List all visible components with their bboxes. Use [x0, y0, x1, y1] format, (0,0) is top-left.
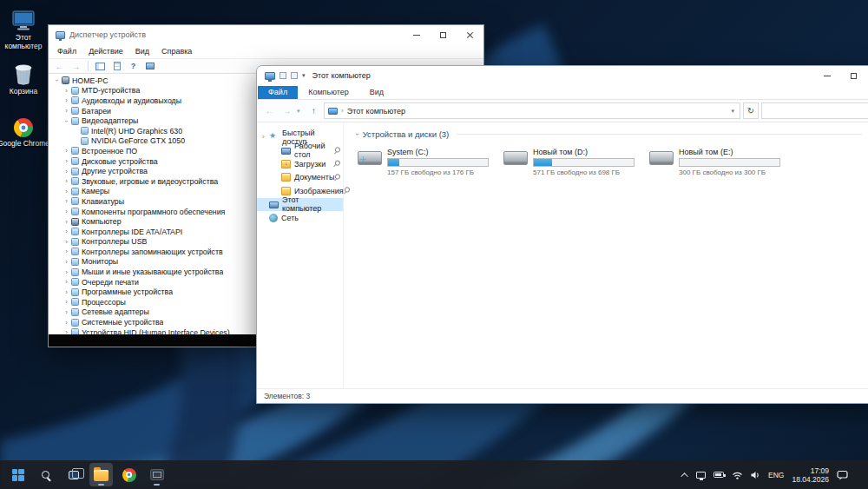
search-button[interactable] — [34, 463, 57, 486]
expand-chevron-icon[interactable] — [62, 107, 70, 115]
sidebar-item[interactable]: › Сеть — [257, 211, 343, 225]
expand-chevron-icon[interactable] — [62, 308, 70, 316]
file-list-pane: › Устройства и диски (3) System (C:) 157… — [344, 122, 868, 388]
chrome-button[interactable] — [117, 463, 141, 486]
device-manager-button[interactable] — [145, 463, 168, 486]
device-manager-titlebar[interactable]: Диспетчер устройств — [49, 25, 483, 44]
up-icon[interactable]: ↑ — [306, 103, 321, 118]
sidebar-item[interactable]: › Документы — [257, 171, 343, 185]
expand-chevron-icon[interactable] — [62, 238, 70, 246]
drive-item[interactable]: System (C:) 157 ГБ свободно из 176 ГБ — [356, 146, 490, 178]
expand-chevron-icon[interactable] — [62, 278, 70, 286]
expand-chevron-icon[interactable] — [53, 76, 61, 84]
notifications-icon[interactable] — [837, 470, 848, 480]
device-category-icon — [62, 76, 69, 84]
expand-chevron-icon[interactable] — [62, 147, 70, 155]
back-icon[interactable]: ← — [52, 60, 67, 73]
console-pane-icon[interactable] — [93, 60, 108, 73]
forward-icon[interactable]: → — [279, 103, 294, 118]
tree-item-label: HOME-PC — [72, 76, 108, 85]
qat-dropdown-icon[interactable]: ▾ — [302, 72, 306, 79]
ribbon-tab[interactable]: Файл — [258, 86, 298, 99]
history-dropdown-icon[interactable]: ▾ — [297, 108, 304, 115]
forward-icon[interactable]: → — [69, 60, 83, 73]
taskbar-apps — [0, 463, 168, 486]
refresh-icon[interactable]: ↻ — [743, 102, 759, 119]
file-explorer-button[interactable] — [89, 463, 113, 486]
breadcrumb-chevron-icon[interactable]: › — [341, 107, 344, 115]
address-dropdown-icon[interactable]: ▾ — [731, 108, 736, 115]
sidebar-item[interactable]: › Этот компьютер — [257, 198, 343, 212]
close-button[interactable] — [457, 25, 483, 44]
sidebar-item[interactable]: › Загрузки — [257, 157, 343, 171]
expand-chevron-icon[interactable] — [62, 248, 70, 255]
language-indicator[interactable]: ENG — [768, 471, 784, 479]
search-input[interactable] — [761, 102, 868, 119]
tree-item-label: Контроллеры USB — [82, 237, 147, 246]
minimize-button[interactable] — [403, 25, 430, 44]
expand-chevron-icon[interactable] — [62, 117, 70, 125]
volume-icon[interactable] — [751, 471, 760, 479]
tree-item-label: Батареи — [82, 107, 111, 116]
system-menu-icon[interactable] — [265, 72, 275, 80]
qat-button-icon[interactable] — [291, 72, 298, 79]
expand-chevron-icon[interactable] — [62, 208, 70, 215]
back-icon[interactable]: ← — [262, 103, 277, 118]
wifi-icon[interactable] — [732, 471, 743, 479]
group-collapse-icon[interactable]: › — [353, 133, 361, 135]
expand-chevron-icon[interactable] — [62, 188, 70, 195]
expand-chevron-icon[interactable] — [62, 168, 70, 175]
address-bar[interactable]: › Этот компьютер ▾ — [324, 102, 740, 119]
expand-chevron-icon[interactable] — [62, 218, 70, 226]
menu-item[interactable]: Действие — [82, 44, 129, 58]
clock-date: 18.04.2026 — [792, 475, 829, 484]
chevron-icon[interactable]: › — [262, 133, 269, 141]
battery-icon[interactable] — [713, 472, 724, 478]
drive-icon — [649, 151, 674, 165]
explorer-titlebar[interactable]: ▾ Этот компьютер — [257, 66, 868, 85]
expand-chevron-icon[interactable] — [62, 298, 70, 306]
desktop-icon-this-pc[interactable]: Этот компьютер — [0, 9, 50, 50]
group-header[interactable]: › Устройства и диски (3) — [356, 129, 868, 139]
ribbon-tab[interactable]: Вид — [359, 86, 394, 99]
expand-chevron-icon[interactable] — [62, 96, 70, 104]
start-button[interactable] — [6, 463, 30, 486]
maximize-button[interactable] — [840, 66, 867, 85]
desktop-icon-chrome[interactable]: Google Chrome — [0, 115, 50, 148]
expand-chevron-icon[interactable] — [62, 87, 70, 95]
breadcrumb-location[interactable]: Этот компьютер — [347, 107, 728, 116]
maximize-button[interactable] — [430, 25, 457, 44]
ribbon-tab[interactable]: Компьютер — [298, 86, 359, 99]
scan-hardware-icon[interactable] — [142, 60, 157, 73]
drive-item[interactable]: Новый том (E:) 300 ГБ свободно из 300 ГБ — [648, 146, 782, 178]
expand-chevron-icon[interactable] — [62, 268, 70, 276]
hidden-icons-chevron-icon[interactable] — [681, 472, 687, 479]
task-view-button[interactable] — [62, 463, 85, 486]
properties-icon[interactable] — [109, 60, 124, 73]
expand-chevron-icon[interactable] — [62, 228, 70, 235]
expand-chevron-icon[interactable] — [62, 197, 70, 205]
menu-item[interactable]: Файл — [51, 44, 82, 58]
drive-item[interactable]: Новый том (D:) 571 ГБ свободно из 698 ГБ — [502, 146, 636, 178]
expand-chevron-icon[interactable] — [62, 319, 70, 327]
expand-chevron-icon[interactable] — [62, 258, 70, 266]
qat-button-icon[interactable] — [279, 72, 286, 79]
tree-item-label: Контроллеры запоминающих устройств — [82, 248, 223, 256]
device-manager-icon — [150, 469, 164, 480]
sidebar-item[interactable]: › Рабочий стол — [257, 144, 343, 158]
menu-item[interactable]: Справка — [155, 44, 198, 58]
expand-chevron-icon[interactable] — [62, 177, 70, 185]
capacity-bar-fill — [534, 159, 552, 166]
desktop-icon-recycle-bin[interactable]: Корзина — [0, 63, 50, 96]
menu-item[interactable]: Вид — [129, 44, 155, 58]
tray-display-icon[interactable] — [696, 472, 706, 479]
windows-flag-icon — [360, 156, 366, 162]
expand-chevron-icon[interactable] — [62, 288, 70, 296]
tree-item-label: Процессоры — [82, 298, 126, 307]
desktop-icon-label: Google Chrome — [0, 139, 50, 148]
help-icon[interactable]: ? — [126, 60, 141, 73]
minimize-button[interactable] — [813, 66, 840, 85]
expand-chevron-icon[interactable] — [62, 328, 70, 334]
clock[interactable]: 17:09 18.04.2026 — [792, 466, 829, 484]
expand-chevron-icon[interactable] — [62, 157, 70, 165]
